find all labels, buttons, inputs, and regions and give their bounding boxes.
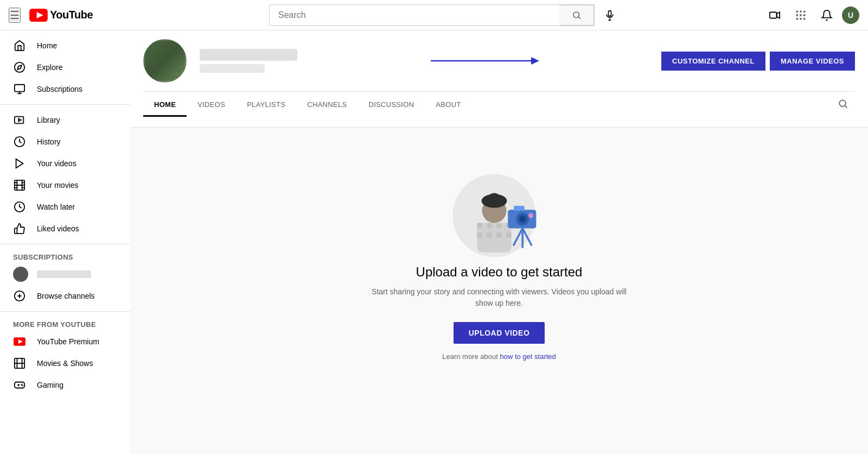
svg-marker-51 — [531, 57, 539, 65]
sidebar-label-your-movies: Your movies — [37, 181, 79, 190]
svg-rect-20 — [15, 85, 24, 92]
sidebar-label-library: Library — [37, 116, 60, 124]
sub-avatar-1 — [13, 267, 28, 282]
svg-rect-4 — [609, 10, 611, 16]
search-icon — [572, 10, 582, 20]
sidebar: Home Explore Subscriptions — [0, 30, 130, 454]
browse-channels-icon — [13, 290, 26, 302]
sidebar-item-home[interactable]: Home — [0, 35, 130, 56]
sidebar-label-explore: Explore — [37, 63, 62, 72]
header-center — [139, 4, 751, 26]
home-icon — [13, 40, 26, 52]
apps-button[interactable] — [790, 4, 812, 26]
search-button[interactable] — [559, 5, 594, 26]
create-button[interactable] — [764, 4, 786, 26]
svg-rect-61 — [487, 232, 492, 237]
divider-2 — [0, 244, 130, 244]
create-icon — [769, 9, 781, 21]
logo[interactable]: YouTube — [29, 9, 93, 22]
svg-rect-11 — [803, 10, 805, 12]
svg-rect-15 — [796, 18, 798, 20]
library-icon — [13, 114, 26, 126]
sidebar-label-home: Home — [37, 41, 57, 50]
channel-meta — [200, 49, 418, 73]
more-from-youtube-label: MORE FROM YOUTUBE — [0, 316, 130, 331]
sidebar-item-library[interactable]: Library — [0, 109, 130, 131]
svg-marker-24 — [18, 118, 21, 122]
svg-rect-71 — [514, 206, 525, 211]
svg-rect-63 — [507, 232, 512, 237]
svg-rect-9 — [796, 10, 798, 12]
svg-rect-62 — [497, 232, 502, 237]
liked-videos-icon — [13, 223, 26, 235]
channel-search-button[interactable] — [831, 92, 855, 118]
sidebar-label-movies-shows: Movies & Shows — [37, 359, 93, 368]
svg-rect-16 — [800, 18, 801, 20]
upload-title: Upload a video to get started — [416, 264, 583, 280]
sidebar-item-gaming[interactable]: Gaming — [0, 374, 130, 396]
sidebar-item-history[interactable]: History — [0, 131, 130, 153]
upload-area: Upload a video to get started Start shar… — [130, 128, 868, 399]
mic-button[interactable] — [599, 4, 621, 26]
svg-point-66 — [487, 193, 501, 206]
arrow-illustration — [431, 55, 539, 66]
sidebar-item-your-videos[interactable]: Your videos — [0, 153, 130, 174]
header-right: U — [751, 4, 859, 26]
bell-icon — [821, 9, 833, 21]
svg-rect-17 — [803, 18, 805, 20]
svg-rect-23 — [15, 117, 24, 124]
channel-name — [200, 49, 297, 61]
camera-illustration — [450, 167, 548, 264]
svg-rect-55 — [477, 223, 512, 252]
avatar[interactable]: U — [842, 7, 859, 24]
watch-later-icon — [13, 201, 26, 213]
sidebar-item-subscriptions[interactable]: Subscriptions — [0, 78, 130, 100]
menu-button[interactable]: ☰ — [9, 8, 21, 23]
sidebar-label-subscriptions: Subscriptions — [37, 85, 82, 93]
svg-rect-13 — [800, 14, 801, 16]
tab-home[interactable]: HOME — [143, 94, 187, 117]
manage-videos-button[interactable]: MANAGE VIDEOS — [770, 52, 855, 71]
tab-discussion[interactable]: DISCUSSION — [358, 94, 425, 117]
sidebar-label-watch-later: Watch later — [37, 203, 75, 211]
tab-channels[interactable]: CHANNELS — [296, 94, 358, 117]
youtube-premium-icon — [13, 336, 26, 348]
learn-more-link[interactable]: how to get started — [500, 352, 556, 361]
layout: Home Explore Subscriptions — [0, 30, 868, 454]
sidebar-item-movies-shows[interactable]: Movies & Shows — [0, 352, 130, 374]
youtube-logo-icon — [29, 9, 48, 22]
svg-line-53 — [845, 106, 847, 108]
tab-about[interactable]: ABOUT — [425, 94, 471, 117]
sidebar-item-liked-videos[interactable]: Liked videos — [0, 218, 130, 239]
svg-rect-14 — [803, 14, 805, 16]
sidebar-item-browse-channels[interactable]: Browse channels — [0, 285, 130, 307]
tab-playlists[interactable]: PLAYLISTS — [236, 94, 296, 117]
sidebar-label-liked-videos: Liked videos — [37, 224, 79, 233]
history-icon — [13, 136, 26, 148]
sidebar-item-watch-later[interactable]: Watch later — [0, 196, 130, 218]
upload-description: Start sharing your story and connecting … — [363, 286, 635, 309]
channel-buttons: CUSTOMIZE CHANNEL MANAGE VIDEOS — [661, 52, 855, 71]
upload-video-button[interactable]: UPLOAD VIDEO — [454, 322, 545, 344]
channel-avatar — [143, 39, 187, 83]
header-left: ☰ YouTube — [9, 8, 139, 23]
svg-rect-10 — [800, 10, 801, 12]
sidebar-item-youtube-premium[interactable]: YouTube Premium — [0, 331, 130, 352]
sidebar-label-history: History — [37, 137, 61, 146]
divider-3 — [0, 311, 130, 312]
svg-rect-12 — [796, 14, 798, 16]
logo-text: YouTube — [50, 9, 93, 21]
sidebar-item-your-movies[interactable]: Your movies — [0, 174, 130, 196]
tab-videos[interactable]: VIDEOS — [187, 94, 236, 117]
sidebar-item-explore[interactable]: Explore — [0, 56, 130, 78]
svg-rect-60 — [477, 232, 482, 237]
svg-point-2 — [573, 12, 579, 18]
learn-more-prefix: Learn more about — [442, 352, 500, 361]
search-input[interactable] — [270, 5, 559, 26]
customize-channel-button[interactable]: CUSTOMIZE CHANNEL — [661, 52, 765, 71]
sidebar-label-your-videos: Your videos — [37, 159, 76, 168]
sub-name-1 — [37, 270, 91, 278]
sidebar-label-youtube-premium: YouTube Premium — [37, 337, 99, 346]
subscription-item-1[interactable] — [0, 263, 130, 285]
notifications-button[interactable] — [816, 4, 838, 26]
